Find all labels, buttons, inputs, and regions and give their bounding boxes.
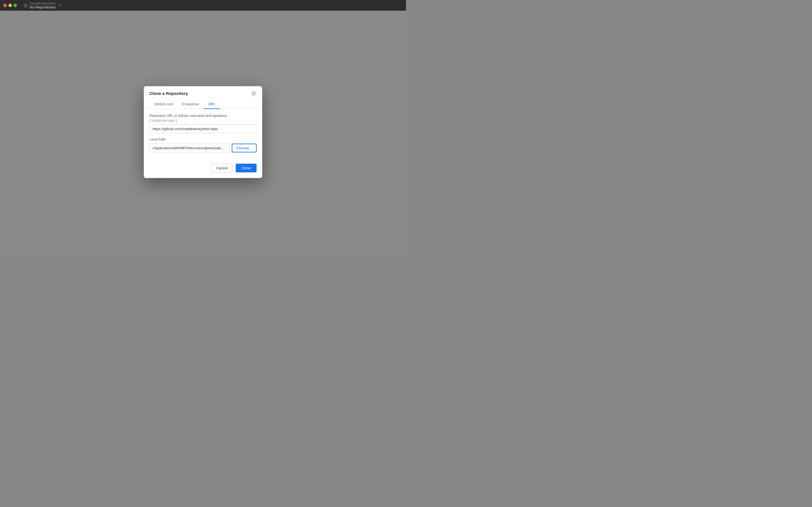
- modal-overlay: Clone a Repository × GitHub.com Enterpri…: [0, 11, 406, 253]
- clone-button[interactable]: Clone: [236, 164, 257, 172]
- tab-enterprise[interactable]: Enterprise: [178, 100, 204, 109]
- maximize-traffic-light[interactable]: [13, 4, 17, 7]
- dialog-footer: Cancel Clone: [144, 164, 262, 178]
- url-field-label: Repository URL or GitHub username and re…: [149, 114, 257, 123]
- tab-url[interactable]: URL: [204, 100, 220, 109]
- cancel-button[interactable]: Cancel: [211, 164, 233, 172]
- dialog-tabs: GitHub.com Enterprise URL: [144, 100, 262, 109]
- url-field-sublabel: ( hubot/cool-repo ): [149, 119, 177, 122]
- traffic-lights: [3, 4, 17, 7]
- repo-selector[interactable]: ⊡ Current Repository No Repositories ▾: [21, 1, 63, 10]
- chevron-down-icon: ▾: [59, 3, 61, 7]
- local-path-label: Local Path: [149, 137, 257, 142]
- local-path-row: Choose...: [149, 144, 257, 152]
- minimize-traffic-light[interactable]: [8, 4, 12, 7]
- dialog-close-button[interactable]: ×: [251, 91, 257, 96]
- tab-github[interactable]: GitHub.com: [149, 100, 178, 109]
- local-path-input[interactable]: [149, 144, 230, 152]
- clone-dialog: Clone a Repository × GitHub.com Enterpri…: [144, 86, 262, 178]
- repo-text: Current Repository No Repositories: [30, 2, 56, 9]
- dialog-body: Repository URL or GitHub username and re…: [144, 109, 262, 164]
- main-content: ＋ Create a new project and publish it to…: [0, 11, 406, 253]
- dialog-header: Clone a Repository ×: [144, 86, 262, 96]
- repo-icon: ⊡: [24, 3, 28, 8]
- close-traffic-light[interactable]: [3, 4, 7, 7]
- repo-label: Current Repository: [30, 2, 56, 5]
- choose-path-button[interactable]: Choose...: [232, 144, 257, 152]
- repo-name: No Repositories: [30, 5, 56, 9]
- titlebar: ⊡ Current Repository No Repositories ▾: [0, 0, 406, 11]
- dialog-title: Clone a Repository: [149, 91, 188, 96]
- repository-url-input[interactable]: [149, 124, 257, 133]
